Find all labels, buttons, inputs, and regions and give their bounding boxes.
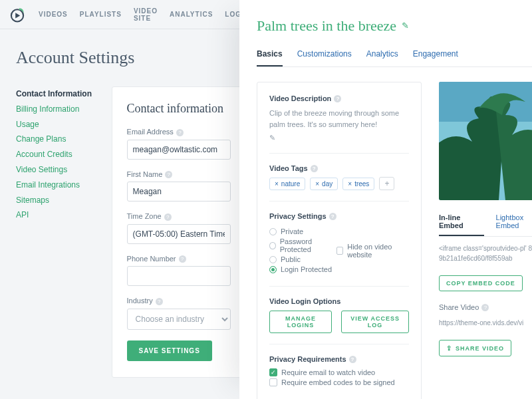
nav-videos[interactable]: VIDEOS — [39, 11, 68, 18]
top-nav: VIDEOS PLAYLISTS VIDEO SITE ANALYTICS LO… — [0, 0, 246, 29]
add-tag-button[interactable]: + — [379, 177, 394, 190]
sidenav-account-credits[interactable]: Account Credits — [16, 147, 105, 162]
first-name-label: First Name? — [127, 170, 231, 179]
phone-field[interactable] — [127, 266, 231, 286]
help-icon[interactable]: ? — [329, 213, 336, 220]
help-icon[interactable]: ? — [334, 95, 341, 102]
share-url-text: https://theme-one.vids.dev/vi — [439, 318, 532, 328]
sidenav-change-plans[interactable]: Change Plans — [16, 132, 105, 147]
brand-logo[interactable] — [8, 5, 27, 24]
remove-tag-icon[interactable]: × — [348, 180, 352, 188]
save-settings-button[interactable]: SAVE SETTINGS — [127, 340, 212, 361]
edit-title-icon[interactable]: ✎ — [402, 21, 409, 31]
form-heading: Contact information — [127, 102, 231, 116]
timezone-field[interactable] — [127, 224, 231, 244]
manage-logins-button[interactable]: MANAGE LOGINS — [269, 311, 332, 333]
help-icon[interactable]: ? — [179, 255, 186, 263]
require-signed-embed-checkbox[interactable]: Require embed codes to be signed — [269, 378, 409, 386]
nav-playlists[interactable]: PLAYLISTS — [80, 11, 122, 18]
privacy-password[interactable]: Password Protected — [269, 237, 336, 253]
sidenav-video-settings[interactable]: Video Settings — [16, 162, 105, 178]
nav-analytics[interactable]: ANALYTICS — [170, 11, 213, 18]
embed-tabs: In-line Embed Lightbox Embed — [439, 213, 532, 237]
email-field[interactable] — [127, 140, 231, 160]
copy-embed-code-button[interactable]: COPY EMBED CODE — [439, 275, 523, 291]
timezone-label: Time Zone? — [127, 212, 231, 221]
video-tags-label: Video Tags? — [269, 164, 409, 172]
sidenav-contact-information[interactable]: Contact Information — [16, 86, 105, 102]
industry-select[interactable]: Choose an industry — [127, 309, 231, 330]
privacy-settings-label: Privacy Settings? — [269, 212, 409, 220]
tab-customizations[interactable]: Customizations — [297, 49, 352, 66]
video-description-label: Video Description? — [269, 94, 409, 102]
tag-trees[interactable]: ×trees — [342, 178, 374, 190]
first-name-field[interactable] — [127, 182, 231, 201]
help-icon[interactable]: ? — [349, 356, 356, 363]
help-icon[interactable]: ? — [311, 165, 318, 172]
privacy-requirements-label: Privacy Requirements? — [269, 355, 409, 363]
privacy-private[interactable]: Private — [269, 227, 336, 235]
help-icon[interactable]: ? — [481, 304, 489, 311]
help-icon[interactable]: ? — [164, 213, 172, 221]
help-icon[interactable]: ? — [165, 171, 172, 178]
tag-day[interactable]: ×day — [310, 178, 338, 190]
embed-code-text: <iframe class='sproutvideo-pl' 89bd9b21a… — [439, 243, 532, 263]
edit-description-icon[interactable]: ✎ — [269, 134, 409, 142]
share-video-label: Share Video? — [439, 303, 532, 311]
sidenav-api[interactable]: API — [16, 207, 105, 223]
email-label: Email Address? — [127, 128, 231, 136]
settings-sidenav: Contact Information Billing Information … — [16, 86, 105, 378]
require-email-checkbox[interactable]: ✓Require email to watch video — [269, 368, 409, 376]
privacy-public[interactable]: Public — [269, 255, 336, 263]
video-tabs: Basics Customizations Analytics Engageme… — [257, 49, 532, 67]
tab-inline-embed[interactable]: In-line Embed — [439, 213, 484, 236]
sidenav-billing-information[interactable]: Billing Information — [16, 102, 105, 117]
remove-tag-icon[interactable]: × — [315, 180, 319, 188]
video-login-options-label: Video Login Options — [269, 297, 409, 305]
video-description-text: Clip of the breeze moving through some p… — [269, 108, 409, 130]
share-icon: ⇪ — [446, 344, 452, 352]
sidenav-email-integrations[interactable]: Email Integrations — [16, 178, 105, 193]
help-icon[interactable]: ? — [156, 298, 163, 305]
share-video-button[interactable]: ⇪SHARE VIDEO — [439, 340, 511, 356]
video-editor-panel: Palm trees in the breeze ✎ Basics Custom… — [239, 0, 532, 399]
tag-nature[interactable]: ×nature — [269, 178, 305, 190]
video-thumbnail[interactable] — [439, 82, 532, 200]
sidenav-sitemaps[interactable]: Sitemaps — [16, 193, 105, 208]
video-title: Palm trees in the breeze ✎ — [257, 17, 532, 35]
phone-label: Phone Number? — [127, 255, 231, 263]
contact-info-card: Contact information Email Address? First… — [112, 86, 246, 378]
page-title: Account Settings — [0, 29, 246, 86]
view-access-log-button[interactable]: VIEW ACCESS LOG — [341, 311, 409, 333]
tab-basics[interactable]: Basics — [257, 49, 283, 66]
video-settings-card: Video Description? Clip of the breeze mo… — [257, 82, 422, 399]
tab-lightbox-embed[interactable]: Lightbox Embed — [496, 213, 532, 236]
help-icon[interactable]: ? — [176, 129, 184, 136]
tab-analytics[interactable]: Analytics — [366, 49, 398, 66]
video-side-panel: In-line Embed Lightbox Embed <iframe cla… — [439, 82, 532, 399]
hide-on-website-checkbox[interactable]: Hide on video website — [336, 227, 409, 273]
privacy-login-protected[interactable]: Login Protected — [269, 265, 336, 273]
industry-label: Industry? — [127, 297, 231, 305]
nav-video-site[interactable]: VIDEO SITE — [134, 7, 158, 22]
sidenav-usage[interactable]: Usage — [16, 117, 105, 132]
remove-tag-icon[interactable]: × — [275, 180, 279, 188]
tab-engagement[interactable]: Engagement — [413, 49, 458, 66]
account-settings-panel: VIDEOS PLAYLISTS VIDEO SITE ANALYTICS LO… — [0, 0, 246, 399]
